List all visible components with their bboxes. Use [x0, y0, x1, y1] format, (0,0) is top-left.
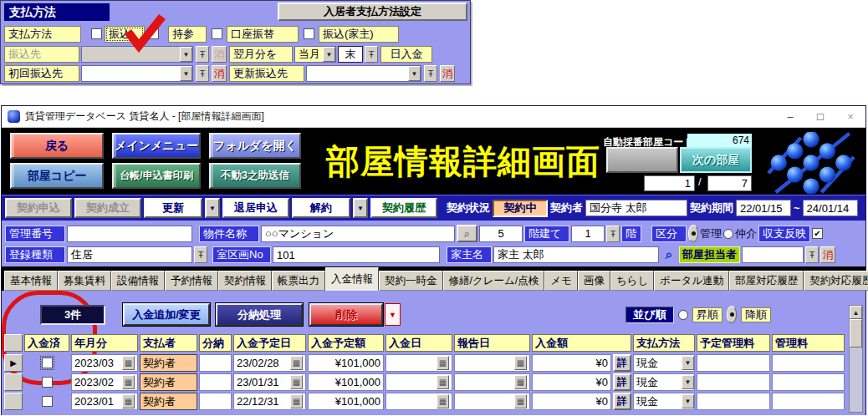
grid-picker-icon[interactable]: ▦: [514, 356, 527, 370]
minimize-button[interactable]: –: [775, 106, 805, 127]
due-date-cell[interactable]: 23/02/28▦: [233, 354, 306, 372]
report-date-cell[interactable]: ▦: [454, 354, 530, 372]
paid-checkbox[interactable]: [42, 396, 53, 407]
grid-picker-icon[interactable]: ▦: [290, 375, 303, 389]
mgmt-no-field[interactable]: [67, 226, 192, 242]
method-select[interactable]: 現金▼: [633, 373, 695, 391]
furikomi-yanushi-checkbox[interactable]: [304, 28, 314, 39]
period-from-field[interactable]: 22/01/15: [736, 200, 791, 216]
report-date-cell[interactable]: ▦: [454, 393, 530, 410]
renewal-transfer-clear-button[interactable]: 消: [440, 65, 455, 82]
grid-picker-icon[interactable]: ▦: [437, 356, 449, 370]
split-cell[interactable]: [199, 393, 232, 410]
amount-cell[interactable]: ¥0: [532, 354, 611, 372]
paid-date-cell[interactable]: ▦: [385, 393, 452, 410]
room-no-field[interactable]: 101: [273, 246, 440, 263]
floor-field[interactable]: 1: [571, 226, 605, 242]
tab-portal-link[interactable]: ポータル連動: [654, 271, 729, 291]
renew-dropdown-icon[interactable]: ▼: [205, 198, 220, 218]
dropdown-icon[interactable]: ▼: [682, 356, 694, 370]
furikomi-yanushi-label[interactable]: 振込(家主): [319, 26, 399, 43]
close-button[interactable]: ×: [835, 106, 865, 127]
amount-cell[interactable]: ¥0: [532, 393, 611, 410]
grid-picker-icon[interactable]: ▦: [437, 394, 449, 408]
reg-type-select[interactable]: 住居: [67, 246, 192, 263]
search-icon[interactable]: ⌕: [661, 247, 677, 262]
property-name-field[interactable]: ○○マンション: [261, 226, 455, 242]
delete-button[interactable]: 削除: [309, 303, 383, 326]
tab-images[interactable]: 画像: [578, 271, 610, 291]
month-cell[interactable]: 2023/01▦: [71, 393, 138, 410]
main-menu-button[interactable]: メインメニュー: [112, 133, 201, 159]
day-deposit-button[interactable]: 日入金: [380, 46, 432, 63]
due-date-cell[interactable]: 22/12/31▦: [233, 393, 306, 410]
tab-report-output[interactable]: 帳票出力: [272, 271, 325, 291]
tab-equipment[interactable]: 設備情報: [111, 271, 165, 291]
furikomi-checkbox[interactable]: [91, 28, 102, 39]
renewal-transfer-select[interactable]: ▼: [306, 65, 421, 82]
next-room-button[interactable]: 次の部屋: [680, 147, 752, 173]
grid-picker-icon[interactable]: ▦: [122, 356, 135, 370]
tab-memo[interactable]: メモ: [544, 271, 578, 291]
category-manage-radio[interactable]: [688, 225, 698, 242]
dropdown-icon[interactable]: ▼: [682, 394, 694, 408]
amount-cell[interactable]: ¥0: [532, 373, 611, 391]
tab-flyer[interactable]: ちらし: [610, 271, 654, 291]
period-to-field[interactable]: 24/01/14: [803, 200, 858, 216]
due-amount-cell[interactable]: ¥101,000: [308, 393, 384, 410]
page-current-field[interactable]: 1: [644, 175, 695, 191]
fee-cell[interactable]: [772, 354, 845, 372]
month-select[interactable]: 当月 ▼: [294, 46, 336, 63]
reg-type-combo-button[interactable]: Ŧ: [194, 246, 207, 263]
paid-checkbox[interactable]: [42, 358, 53, 368]
tab-repair-claim[interactable]: 修繕/クレーム/点検: [443, 271, 545, 291]
paid-checkbox[interactable]: [42, 377, 53, 388]
dropdown-icon[interactable]: ▼: [323, 47, 335, 62]
paid-date-cell[interactable]: ▦: [385, 354, 452, 372]
balance-reflect-checkbox[interactable]: ✔: [812, 228, 823, 239]
payer-cell[interactable]: 契約者: [140, 373, 197, 391]
maximize-button[interactable]: □: [805, 106, 835, 127]
split-payment-button[interactable]: 分納処理: [216, 303, 303, 326]
fee-cell[interactable]: [772, 393, 845, 410]
planned-fee-cell[interactable]: [697, 354, 770, 372]
kouza-furikae-checkbox[interactable]: [212, 28, 222, 39]
room-staff-field[interactable]: [742, 246, 804, 263]
first-transfer-clear-button[interactable]: 消: [212, 65, 227, 82]
method-select[interactable]: 現金▼: [633, 393, 695, 410]
delete-dropdown-icon[interactable]: ▼: [385, 303, 401, 326]
due-date-cell[interactable]: 23/01/31▦: [233, 373, 306, 391]
category-broker-radio[interactable]: [723, 229, 733, 239]
room-staff-combo-button[interactable]: Ŧ: [805, 246, 819, 263]
fee-cell[interactable]: [772, 373, 845, 391]
payer-cell[interactable]: 契約者: [140, 354, 197, 372]
dropdown-icon[interactable]: ▼: [408, 66, 421, 81]
search-icon[interactable]: ⌕: [457, 225, 477, 242]
floor-combo-button[interactable]: Ŧ: [606, 226, 620, 242]
ledger-print-button[interactable]: 台帳/申込書印刷: [112, 163, 201, 189]
room-staff-clear-button[interactable]: 消: [820, 246, 835, 263]
renew-button[interactable]: 更新: [144, 198, 202, 218]
first-transfer-combo-button[interactable]: Ŧ: [196, 65, 209, 82]
vertical-scrollbar[interactable]: ▲: [849, 305, 863, 413]
grid-picker-icon[interactable]: ▦: [437, 375, 449, 389]
tab-contract-lump-sum[interactable]: 契約一時金: [379, 271, 443, 291]
first-transfer-select[interactable]: ▼: [81, 65, 193, 82]
open-folder-button[interactable]: フォルダを開く: [209, 133, 301, 159]
terminate-button[interactable]: 解約: [292, 198, 350, 218]
tab-room-response-history[interactable]: 部屋対応履歴: [729, 271, 804, 291]
grid-picker-icon[interactable]: ▦: [122, 394, 135, 408]
due-amount-cell[interactable]: ¥101,000: [308, 354, 384, 372]
month-cell[interactable]: 2023/03▦: [71, 354, 138, 372]
terminate-dropdown-icon[interactable]: ▼: [353, 198, 368, 218]
kouza-furikae-label[interactable]: 口座振替: [227, 26, 299, 43]
scrollbar-thumb[interactable]: [850, 319, 862, 348]
grid-picker-icon[interactable]: ▦: [290, 356, 303, 370]
tenant-payment-settings-button[interactable]: 入居者支払方法設定: [278, 3, 467, 21]
day-combo-button[interactable]: Ŧ: [365, 46, 378, 63]
grid-picker-icon[interactable]: ▦: [122, 375, 135, 389]
move-out-button[interactable]: 退居申込: [222, 198, 289, 218]
tab-payment-info[interactable]: 入金情報: [325, 267, 379, 291]
method-select[interactable]: 現金▼: [633, 354, 695, 372]
detail-button[interactable]: 詳: [613, 393, 631, 410]
